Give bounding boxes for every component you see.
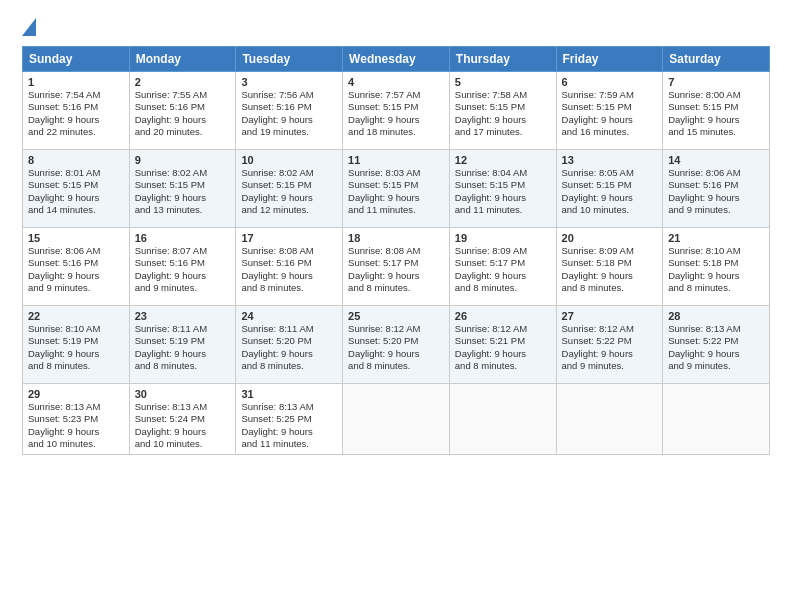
day-info-line: and 8 minutes. [562, 282, 658, 294]
day-info-line: Sunrise: 8:12 AM [562, 323, 658, 335]
day-number: 1 [28, 76, 124, 88]
calendar-cell: 6Sunrise: 7:59 AMSunset: 5:15 PMDaylight… [556, 72, 663, 150]
calendar-cell: 19Sunrise: 8:09 AMSunset: 5:17 PMDayligh… [449, 228, 556, 306]
calendar-week-5: 29Sunrise: 8:13 AMSunset: 5:23 PMDayligh… [23, 384, 770, 455]
day-info-line: Daylight: 9 hours [455, 270, 551, 282]
day-info-line: Daylight: 9 hours [348, 270, 444, 282]
day-info-line: and 11 minutes. [241, 438, 337, 450]
day-number: 15 [28, 232, 124, 244]
day-info-line: Sunrise: 8:13 AM [135, 401, 231, 413]
calendar-cell: 15Sunrise: 8:06 AMSunset: 5:16 PMDayligh… [23, 228, 130, 306]
weekday-thursday: Thursday [449, 47, 556, 72]
day-info-line: Daylight: 9 hours [241, 348, 337, 360]
day-info-line: Sunset: 5:21 PM [455, 335, 551, 347]
day-info-line: and 20 minutes. [135, 126, 231, 138]
day-info-line: Sunrise: 8:03 AM [348, 167, 444, 179]
day-info-line: Daylight: 9 hours [348, 348, 444, 360]
day-info-line: Sunset: 5:15 PM [241, 179, 337, 191]
day-info-line: Daylight: 9 hours [668, 348, 764, 360]
day-info-line: Sunset: 5:22 PM [562, 335, 658, 347]
day-info-line: Daylight: 9 hours [348, 114, 444, 126]
day-info-line: Sunrise: 8:13 AM [668, 323, 764, 335]
calendar-cell: 5Sunrise: 7:58 AMSunset: 5:15 PMDaylight… [449, 72, 556, 150]
day-number: 5 [455, 76, 551, 88]
calendar-cell: 4Sunrise: 7:57 AMSunset: 5:15 PMDaylight… [343, 72, 450, 150]
calendar-cell: 9Sunrise: 8:02 AMSunset: 5:15 PMDaylight… [129, 150, 236, 228]
calendar-cell: 12Sunrise: 8:04 AMSunset: 5:15 PMDayligh… [449, 150, 556, 228]
day-number: 23 [135, 310, 231, 322]
day-info-line: Sunrise: 7:58 AM [455, 89, 551, 101]
logo-icon [22, 18, 36, 36]
day-info-line: Sunset: 5:15 PM [562, 101, 658, 113]
day-info-line: Sunset: 5:17 PM [348, 257, 444, 269]
day-number: 25 [348, 310, 444, 322]
day-info-line: Daylight: 9 hours [668, 114, 764, 126]
day-info-line: Sunset: 5:16 PM [668, 179, 764, 191]
calendar-cell: 26Sunrise: 8:12 AMSunset: 5:21 PMDayligh… [449, 306, 556, 384]
day-info-line: and 10 minutes. [28, 438, 124, 450]
day-info-line: Daylight: 9 hours [241, 270, 337, 282]
day-info-line: Sunrise: 8:13 AM [241, 401, 337, 413]
day-number: 27 [562, 310, 658, 322]
weekday-monday: Monday [129, 47, 236, 72]
day-info-line: and 9 minutes. [668, 360, 764, 372]
calendar-page: SundayMondayTuesdayWednesdayThursdayFrid… [0, 0, 792, 467]
day-info-line: and 8 minutes. [348, 360, 444, 372]
day-info-line: and 19 minutes. [241, 126, 337, 138]
day-info-line: Sunrise: 7:54 AM [28, 89, 124, 101]
day-info-line: Sunrise: 8:12 AM [348, 323, 444, 335]
day-info-line: Sunset: 5:16 PM [28, 257, 124, 269]
calendar-cell [343, 384, 450, 455]
day-info-line: and 12 minutes. [241, 204, 337, 216]
day-info-line: and 9 minutes. [562, 360, 658, 372]
day-info-line: Daylight: 9 hours [348, 192, 444, 204]
day-number: 22 [28, 310, 124, 322]
day-info-line: Daylight: 9 hours [28, 426, 124, 438]
day-number: 8 [28, 154, 124, 166]
day-info-line: and 8 minutes. [241, 282, 337, 294]
day-number: 21 [668, 232, 764, 244]
calendar-cell: 24Sunrise: 8:11 AMSunset: 5:20 PMDayligh… [236, 306, 343, 384]
day-info-line: and 8 minutes. [241, 360, 337, 372]
day-info-line: Daylight: 9 hours [562, 270, 658, 282]
day-info-line: Sunset: 5:15 PM [28, 179, 124, 191]
day-info-line: Sunrise: 8:02 AM [135, 167, 231, 179]
day-number: 14 [668, 154, 764, 166]
day-info-line: Sunset: 5:25 PM [241, 413, 337, 425]
day-number: 16 [135, 232, 231, 244]
day-number: 10 [241, 154, 337, 166]
weekday-friday: Friday [556, 47, 663, 72]
calendar-cell: 18Sunrise: 8:08 AMSunset: 5:17 PMDayligh… [343, 228, 450, 306]
calendar-cell: 20Sunrise: 8:09 AMSunset: 5:18 PMDayligh… [556, 228, 663, 306]
logo [22, 18, 40, 36]
day-info-line: and 10 minutes. [562, 204, 658, 216]
day-info-line: Sunrise: 8:09 AM [455, 245, 551, 257]
calendar-week-2: 8Sunrise: 8:01 AMSunset: 5:15 PMDaylight… [23, 150, 770, 228]
day-info-line: Sunrise: 7:55 AM [135, 89, 231, 101]
day-info-line: Sunset: 5:16 PM [241, 257, 337, 269]
day-info-line: Sunset: 5:15 PM [135, 179, 231, 191]
day-info-line: Sunrise: 8:04 AM [455, 167, 551, 179]
calendar-cell: 30Sunrise: 8:13 AMSunset: 5:24 PMDayligh… [129, 384, 236, 455]
day-number: 17 [241, 232, 337, 244]
day-number: 6 [562, 76, 658, 88]
day-info-line: Sunset: 5:15 PM [348, 101, 444, 113]
calendar-cell: 31Sunrise: 8:13 AMSunset: 5:25 PMDayligh… [236, 384, 343, 455]
day-number: 31 [241, 388, 337, 400]
day-info-line: Sunset: 5:16 PM [135, 257, 231, 269]
day-info-line: and 9 minutes. [28, 282, 124, 294]
day-info-line: Sunrise: 8:02 AM [241, 167, 337, 179]
day-info-line: and 14 minutes. [28, 204, 124, 216]
weekday-saturday: Saturday [663, 47, 770, 72]
day-info-line: and 8 minutes. [135, 360, 231, 372]
day-info-line: Sunset: 5:20 PM [348, 335, 444, 347]
day-number: 30 [135, 388, 231, 400]
day-number: 29 [28, 388, 124, 400]
day-info-line: Sunrise: 8:10 AM [668, 245, 764, 257]
day-info-line: Daylight: 9 hours [28, 348, 124, 360]
calendar-cell [556, 384, 663, 455]
day-info-line: Sunrise: 8:06 AM [668, 167, 764, 179]
day-info-line: Daylight: 9 hours [135, 192, 231, 204]
calendar-table: SundayMondayTuesdayWednesdayThursdayFrid… [22, 46, 770, 455]
day-number: 18 [348, 232, 444, 244]
